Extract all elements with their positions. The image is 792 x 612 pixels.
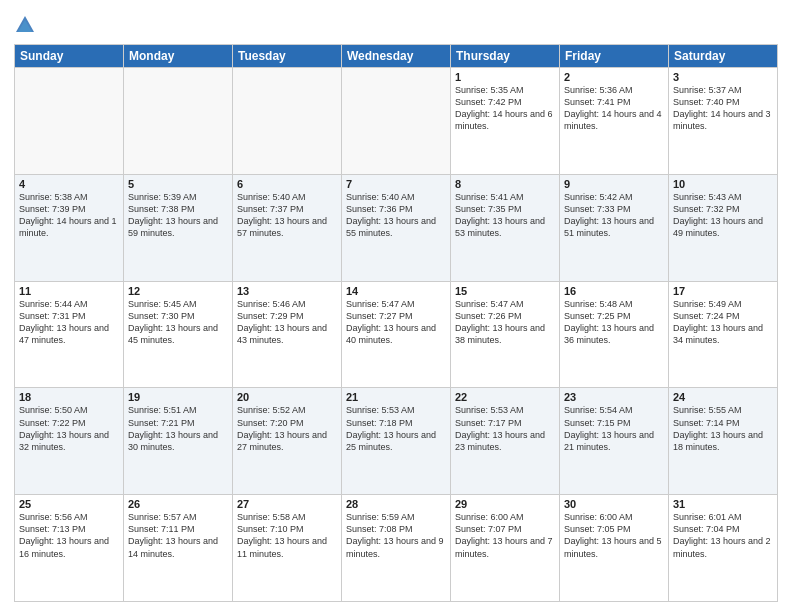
- day-number: 5: [128, 178, 228, 190]
- day-number: 16: [564, 285, 664, 297]
- day-info: Sunrise: 5:50 AM Sunset: 7:22 PM Dayligh…: [19, 404, 119, 453]
- day-cell: [233, 68, 342, 175]
- day-info: Sunrise: 5:39 AM Sunset: 7:38 PM Dayligh…: [128, 191, 228, 240]
- day-info: Sunrise: 5:55 AM Sunset: 7:14 PM Dayligh…: [673, 404, 773, 453]
- day-info: Sunrise: 6:01 AM Sunset: 7:04 PM Dayligh…: [673, 511, 773, 560]
- calendar-table: SundayMondayTuesdayWednesdayThursdayFrid…: [14, 44, 778, 602]
- day-cell: 8Sunrise: 5:41 AM Sunset: 7:35 PM Daylig…: [451, 174, 560, 281]
- day-info: Sunrise: 5:46 AM Sunset: 7:29 PM Dayligh…: [237, 298, 337, 347]
- day-info: Sunrise: 5:40 AM Sunset: 7:37 PM Dayligh…: [237, 191, 337, 240]
- day-cell: 11Sunrise: 5:44 AM Sunset: 7:31 PM Dayli…: [15, 281, 124, 388]
- day-cell: 5Sunrise: 5:39 AM Sunset: 7:38 PM Daylig…: [124, 174, 233, 281]
- logo-icon: [14, 14, 36, 36]
- day-cell: 24Sunrise: 5:55 AM Sunset: 7:14 PM Dayli…: [669, 388, 778, 495]
- week-row-1: 1Sunrise: 5:35 AM Sunset: 7:42 PM Daylig…: [15, 68, 778, 175]
- day-cell: 22Sunrise: 5:53 AM Sunset: 7:17 PM Dayli…: [451, 388, 560, 495]
- day-cell: 3Sunrise: 5:37 AM Sunset: 7:40 PM Daylig…: [669, 68, 778, 175]
- day-number: 23: [564, 391, 664, 403]
- day-cell: 18Sunrise: 5:50 AM Sunset: 7:22 PM Dayli…: [15, 388, 124, 495]
- weekday-header-row: SundayMondayTuesdayWednesdayThursdayFrid…: [15, 45, 778, 68]
- day-info: Sunrise: 5:47 AM Sunset: 7:27 PM Dayligh…: [346, 298, 446, 347]
- day-cell: 1Sunrise: 5:35 AM Sunset: 7:42 PM Daylig…: [451, 68, 560, 175]
- day-number: 6: [237, 178, 337, 190]
- day-cell: 14Sunrise: 5:47 AM Sunset: 7:27 PM Dayli…: [342, 281, 451, 388]
- day-number: 18: [19, 391, 119, 403]
- day-number: 14: [346, 285, 446, 297]
- day-info: Sunrise: 5:36 AM Sunset: 7:41 PM Dayligh…: [564, 84, 664, 133]
- day-number: 15: [455, 285, 555, 297]
- day-info: Sunrise: 5:53 AM Sunset: 7:17 PM Dayligh…: [455, 404, 555, 453]
- week-row-2: 4Sunrise: 5:38 AM Sunset: 7:39 PM Daylig…: [15, 174, 778, 281]
- day-number: 2: [564, 71, 664, 83]
- day-cell: 23Sunrise: 5:54 AM Sunset: 7:15 PM Dayli…: [560, 388, 669, 495]
- day-cell: 26Sunrise: 5:57 AM Sunset: 7:11 PM Dayli…: [124, 495, 233, 602]
- day-number: 27: [237, 498, 337, 510]
- day-info: Sunrise: 5:47 AM Sunset: 7:26 PM Dayligh…: [455, 298, 555, 347]
- day-cell: 6Sunrise: 5:40 AM Sunset: 7:37 PM Daylig…: [233, 174, 342, 281]
- weekday-thursday: Thursday: [451, 45, 560, 68]
- day-number: 24: [673, 391, 773, 403]
- day-info: Sunrise: 5:54 AM Sunset: 7:15 PM Dayligh…: [564, 404, 664, 453]
- day-number: 29: [455, 498, 555, 510]
- day-cell: 7Sunrise: 5:40 AM Sunset: 7:36 PM Daylig…: [342, 174, 451, 281]
- day-info: Sunrise: 5:42 AM Sunset: 7:33 PM Dayligh…: [564, 191, 664, 240]
- day-number: 28: [346, 498, 446, 510]
- day-cell: 30Sunrise: 6:00 AM Sunset: 7:05 PM Dayli…: [560, 495, 669, 602]
- day-number: 8: [455, 178, 555, 190]
- day-cell: 25Sunrise: 5:56 AM Sunset: 7:13 PM Dayli…: [15, 495, 124, 602]
- day-info: Sunrise: 5:59 AM Sunset: 7:08 PM Dayligh…: [346, 511, 446, 560]
- day-info: Sunrise: 5:51 AM Sunset: 7:21 PM Dayligh…: [128, 404, 228, 453]
- day-cell: 27Sunrise: 5:58 AM Sunset: 7:10 PM Dayli…: [233, 495, 342, 602]
- day-number: 12: [128, 285, 228, 297]
- day-info: Sunrise: 5:58 AM Sunset: 7:10 PM Dayligh…: [237, 511, 337, 560]
- day-number: 31: [673, 498, 773, 510]
- day-number: 4: [19, 178, 119, 190]
- day-number: 9: [564, 178, 664, 190]
- day-info: Sunrise: 5:57 AM Sunset: 7:11 PM Dayligh…: [128, 511, 228, 560]
- day-number: 26: [128, 498, 228, 510]
- header: [14, 10, 778, 36]
- day-cell: 16Sunrise: 5:48 AM Sunset: 7:25 PM Dayli…: [560, 281, 669, 388]
- day-info: Sunrise: 5:43 AM Sunset: 7:32 PM Dayligh…: [673, 191, 773, 240]
- day-cell: [124, 68, 233, 175]
- day-cell: 19Sunrise: 5:51 AM Sunset: 7:21 PM Dayli…: [124, 388, 233, 495]
- day-number: 1: [455, 71, 555, 83]
- day-number: 21: [346, 391, 446, 403]
- weekday-monday: Monday: [124, 45, 233, 68]
- weekday-sunday: Sunday: [15, 45, 124, 68]
- weekday-tuesday: Tuesday: [233, 45, 342, 68]
- weekday-friday: Friday: [560, 45, 669, 68]
- day-cell: 20Sunrise: 5:52 AM Sunset: 7:20 PM Dayli…: [233, 388, 342, 495]
- week-row-5: 25Sunrise: 5:56 AM Sunset: 7:13 PM Dayli…: [15, 495, 778, 602]
- week-row-4: 18Sunrise: 5:50 AM Sunset: 7:22 PM Dayli…: [15, 388, 778, 495]
- day-info: Sunrise: 5:53 AM Sunset: 7:18 PM Dayligh…: [346, 404, 446, 453]
- day-cell: 15Sunrise: 5:47 AM Sunset: 7:26 PM Dayli…: [451, 281, 560, 388]
- day-info: Sunrise: 5:35 AM Sunset: 7:42 PM Dayligh…: [455, 84, 555, 133]
- weekday-wednesday: Wednesday: [342, 45, 451, 68]
- day-cell: 2Sunrise: 5:36 AM Sunset: 7:41 PM Daylig…: [560, 68, 669, 175]
- day-info: Sunrise: 5:48 AM Sunset: 7:25 PM Dayligh…: [564, 298, 664, 347]
- day-number: 10: [673, 178, 773, 190]
- day-info: Sunrise: 5:52 AM Sunset: 7:20 PM Dayligh…: [237, 404, 337, 453]
- day-number: 20: [237, 391, 337, 403]
- day-info: Sunrise: 5:41 AM Sunset: 7:35 PM Dayligh…: [455, 191, 555, 240]
- day-cell: 17Sunrise: 5:49 AM Sunset: 7:24 PM Dayli…: [669, 281, 778, 388]
- day-info: Sunrise: 5:56 AM Sunset: 7:13 PM Dayligh…: [19, 511, 119, 560]
- day-cell: 31Sunrise: 6:01 AM Sunset: 7:04 PM Dayli…: [669, 495, 778, 602]
- day-number: 30: [564, 498, 664, 510]
- day-info: Sunrise: 5:37 AM Sunset: 7:40 PM Dayligh…: [673, 84, 773, 133]
- day-info: Sunrise: 5:38 AM Sunset: 7:39 PM Dayligh…: [19, 191, 119, 240]
- day-number: 17: [673, 285, 773, 297]
- day-number: 7: [346, 178, 446, 190]
- day-cell: [15, 68, 124, 175]
- day-number: 3: [673, 71, 773, 83]
- day-cell: 12Sunrise: 5:45 AM Sunset: 7:30 PM Dayli…: [124, 281, 233, 388]
- day-number: 11: [19, 285, 119, 297]
- day-info: Sunrise: 5:44 AM Sunset: 7:31 PM Dayligh…: [19, 298, 119, 347]
- day-cell: 28Sunrise: 5:59 AM Sunset: 7:08 PM Dayli…: [342, 495, 451, 602]
- day-cell: 10Sunrise: 5:43 AM Sunset: 7:32 PM Dayli…: [669, 174, 778, 281]
- page: SundayMondayTuesdayWednesdayThursdayFrid…: [0, 0, 792, 612]
- day-info: Sunrise: 5:40 AM Sunset: 7:36 PM Dayligh…: [346, 191, 446, 240]
- logo: [14, 14, 39, 36]
- day-number: 19: [128, 391, 228, 403]
